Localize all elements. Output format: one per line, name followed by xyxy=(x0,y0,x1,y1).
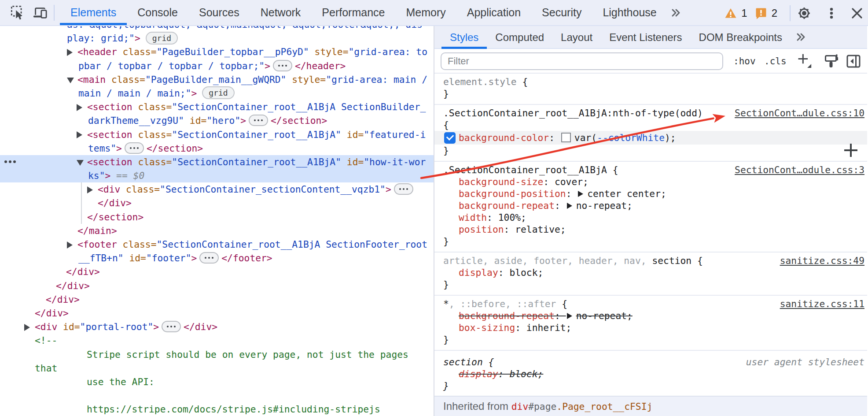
dom-tree-row[interactable]: </section> xyxy=(0,210,434,224)
dom-tree-row[interactable]: </div> xyxy=(0,196,434,210)
tab-application[interactable]: Application xyxy=(456,0,531,25)
dom-tree-row[interactable]: https://stripe.com/docs/stripe.js#includ… xyxy=(0,402,434,416)
css-rule-line[interactable]: } xyxy=(434,235,867,247)
css-rule-line[interactable]: background-size: cover; xyxy=(434,176,867,188)
warning-count[interactable]: 1 xyxy=(741,7,747,19)
css-rule-line[interactable]: .SectionContainer_root__A1BjA {SectionCo… xyxy=(434,164,867,176)
color-swatch[interactable] xyxy=(561,133,571,142)
css-rule-line[interactable]: display: block; xyxy=(434,267,867,279)
expand-inline-icon[interactable] xyxy=(394,183,413,195)
css-rule-line[interactable]: } xyxy=(434,334,867,345)
css-rule-line[interactable]: background-repeat: no-repeat; xyxy=(434,310,867,322)
tab-console[interactable]: Console xyxy=(127,0,188,25)
sidebar-toggle-icon[interactable] xyxy=(846,54,861,69)
sidebar-more-tabs-icon[interactable] xyxy=(793,30,808,45)
expand-value-icon[interactable] xyxy=(567,313,572,319)
collapse-arrow-icon[interactable] xyxy=(67,78,74,83)
dom-tree-row[interactable]: </div> xyxy=(0,306,434,320)
dom-tree-row[interactable]: play: grid;">grid xyxy=(0,31,434,45)
css-rule-line[interactable]: background-repeat: no-repeat; xyxy=(434,200,867,212)
sidebar-tab-event-listeners[interactable]: Event Listeners xyxy=(601,26,690,49)
tab-performance[interactable]: Performance xyxy=(311,0,395,25)
dom-tree-row[interactable]: <section class="SectionContainer_root__A… xyxy=(0,100,434,114)
tab-memory[interactable]: Memory xyxy=(395,0,456,25)
css-rule-line[interactable]: { xyxy=(434,119,867,131)
sidebar-tab-dom-breakpoints[interactable]: DOM Breakpoints xyxy=(691,26,791,49)
css-rule-line[interactable]: background-color: var(--colorWhite); xyxy=(434,131,867,145)
collapse-arrow-icon[interactable] xyxy=(77,160,84,166)
dom-tree-row[interactable]: as: &quot;topbar&quot; &quot;main&quot; … xyxy=(0,26,434,31)
new-style-rule-icon[interactable] xyxy=(797,53,812,68)
tab-network[interactable]: Network xyxy=(250,0,312,25)
css-rule-line[interactable]: display: block; xyxy=(434,368,867,380)
dom-tree-row[interactable]: <div id="portal-root"></div> xyxy=(0,320,434,334)
close-icon[interactable] xyxy=(850,6,864,21)
css-rule-line[interactable]: .SectionContainer_root__A1BjA:nth-of-typ… xyxy=(434,107,867,119)
dom-tree-row[interactable]: <footer class="SectionContainer_root__A1… xyxy=(0,238,434,251)
dom-tree-row[interactable]: <section class="SectionContainer_root__A… xyxy=(0,155,434,169)
stylesheet-link[interactable]: sanitize.css:49 xyxy=(780,255,864,267)
css-rule-line[interactable]: } xyxy=(434,145,867,156)
tab-lighthouse[interactable]: Lighthouse xyxy=(592,0,667,25)
sidebar-tab-layout[interactable]: Layout xyxy=(552,26,601,49)
css-rule-line[interactable]: } xyxy=(434,279,867,290)
expand-inline-icon[interactable] xyxy=(249,115,268,126)
css-rule-line[interactable]: position: relative; xyxy=(434,223,867,235)
dom-tree-row[interactable]: </div> xyxy=(0,265,434,279)
dom-tree-row[interactable]: <header class="PageBuilder_topbar__pP6yD… xyxy=(0,45,434,59)
dom-tree-row[interactable] xyxy=(0,389,434,402)
property-checkbox[interactable] xyxy=(444,132,456,144)
expand-inline-icon[interactable] xyxy=(199,252,219,264)
row-menu-dots-icon[interactable] xyxy=(4,160,16,163)
settings-gear-icon[interactable] xyxy=(797,6,812,21)
device-toolbar-icon[interactable] xyxy=(33,5,48,20)
css-rule-line[interactable]: article, aside, footer, header, nav, sec… xyxy=(434,255,867,267)
css-rule-line[interactable]: width: 100%; xyxy=(434,212,867,223)
hover-state-toggle[interactable]: :hov xyxy=(733,49,756,74)
dom-tree-row[interactable]: <main class="PageBuilder_main__gWQRD" st… xyxy=(0,73,434,86)
dom-tree-row[interactable]: __fTB+n" id="footer"></footer> xyxy=(0,251,434,265)
grid-badge[interactable]: grid xyxy=(202,86,234,99)
inherited-node-link[interactable]: div#page.Page_root__cFSIj xyxy=(511,401,653,412)
insert-rule-plus-icon[interactable] xyxy=(844,144,857,157)
dom-tree-row[interactable]: </div> xyxy=(0,293,434,306)
sidebar-tab-styles[interactable]: Styles xyxy=(441,26,487,49)
dom-tree-row[interactable]: ks"> == $0 xyxy=(0,169,434,182)
inspect-element-icon[interactable] xyxy=(11,5,26,20)
more-tabs-icon[interactable] xyxy=(668,5,683,20)
rendering-emulation-icon[interactable] xyxy=(824,54,839,69)
stylesheet-link[interactable]: sanitize.css:11 xyxy=(780,298,864,310)
dom-tree-row[interactable]: tems"></section> xyxy=(0,141,434,155)
warning-icon[interactable] xyxy=(723,6,738,21)
expand-value-icon[interactable] xyxy=(567,203,572,209)
dom-tree-row[interactable]: use the API: xyxy=(0,375,434,389)
expand-inline-icon[interactable] xyxy=(273,60,292,71)
stylesheet-link[interactable]: SectionCont…dule.css:10 xyxy=(735,107,864,119)
dom-tree-row[interactable]: pbar / topbar / topbar / topbar;"></head… xyxy=(0,59,434,73)
tab-sources[interactable]: Sources xyxy=(188,0,250,25)
expand-arrow-icon[interactable] xyxy=(67,241,73,249)
dom-tree-row[interactable]: darkTheme__vzg9U" id="hero"></section> xyxy=(0,114,434,127)
class-toggle[interactable]: .cls xyxy=(764,49,787,74)
dom-tree-row[interactable]: that xyxy=(0,361,434,375)
stylesheet-link[interactable]: SectionCont…odule.css:3 xyxy=(735,164,864,176)
expand-arrow-icon[interactable] xyxy=(24,324,30,331)
expand-arrow-icon[interactable] xyxy=(67,49,73,56)
css-rule-line[interactable]: } xyxy=(434,380,867,392)
expand-arrow-icon[interactable] xyxy=(77,131,82,138)
dom-tree-row[interactable]: main / main / main;">grid xyxy=(0,86,434,100)
css-rule-line[interactable]: background-position: center center; xyxy=(434,188,867,200)
grid-badge[interactable]: grid xyxy=(146,32,178,45)
sidebar-tab-computed[interactable]: Computed xyxy=(487,26,552,49)
dom-tree-row[interactable]: </main> xyxy=(0,224,434,238)
dom-tree-row[interactable]: Stripe script should be on every page, n… xyxy=(0,348,434,361)
dom-tree-row[interactable]: <!-- xyxy=(0,334,434,347)
dom-tree-row[interactable]: <div class="SectionContainer_sectionCont… xyxy=(0,182,434,196)
expand-arrow-icon[interactable] xyxy=(87,186,93,193)
issues-icon[interactable] xyxy=(754,6,769,21)
css-rule-line[interactable]: *, ::before, ::after {sanitize.css:11 xyxy=(434,298,867,310)
customize-kebab-icon[interactable] xyxy=(824,6,839,21)
expand-arrow-icon[interactable] xyxy=(77,104,82,111)
issue-count[interactable]: 2 xyxy=(772,7,777,19)
expand-value-icon[interactable] xyxy=(578,191,583,197)
